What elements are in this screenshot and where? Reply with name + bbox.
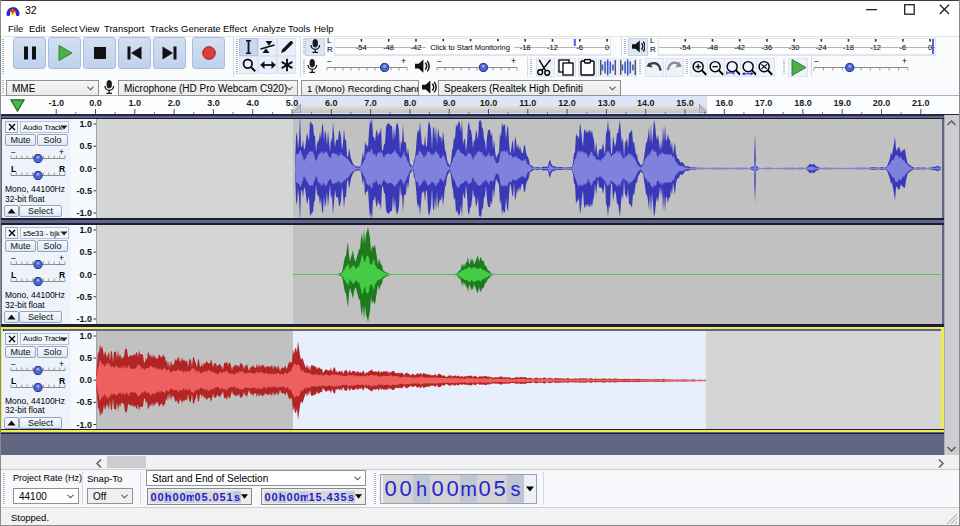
svg-text:−: − [11,361,16,369]
svg-text:-42: -42 [410,43,421,52]
svg-text:3.0: 3.0 [207,98,220,108]
svg-text:-0.5: -0.5 [76,292,92,302]
svg-text:-54: -54 [680,43,691,52]
svg-text:4.0: 4.0 [246,98,259,108]
svg-text:0.0: 0.0 [79,375,92,385]
svg-text:0: 0 [605,43,609,52]
svg-text:-12: -12 [547,43,558,52]
svg-text:-54: -54 [356,43,367,52]
svg-text:1.0: 1.0 [129,98,142,108]
svg-text:8.0: 8.0 [404,98,417,108]
svg-text:-0.5: -0.5 [76,186,92,196]
svg-text:1.0: 1.0 [79,119,92,129]
svg-text:-6: -6 [576,43,583,52]
svg-text:−: − [437,58,442,66]
svg-text:-6: -6 [899,43,906,52]
svg-text:0: 0 [928,43,932,52]
svg-text:−: − [327,58,332,66]
svg-text:−: − [814,58,819,66]
svg-text:14.0: 14.0 [637,98,655,108]
svg-text:13.0: 13.0 [598,98,616,108]
svg-text:-30: -30 [789,43,800,52]
svg-text:-1.0: -1.0 [76,314,92,324]
svg-text:19.0: 19.0 [833,98,851,108]
svg-text:6.0: 6.0 [325,98,338,108]
svg-text:-1.0: -1.0 [76,208,92,218]
svg-text:+: + [401,58,406,66]
svg-text:7.0: 7.0 [364,98,377,108]
svg-text:11.0: 11.0 [519,98,536,108]
svg-text:1.0: 1.0 [79,331,92,341]
svg-text:+: + [511,58,516,66]
svg-text:18.0: 18.0 [794,98,812,108]
svg-text:+: + [902,58,907,66]
svg-text:-48: -48 [383,43,394,52]
svg-text:21.0: 21.0 [912,98,930,108]
svg-text:L: L [11,166,16,174]
svg-text:-48: -48 [707,43,718,52]
svg-text:15.0: 15.0 [676,98,694,108]
svg-text:-42: -42 [734,43,745,52]
svg-text:5.0: 5.0 [286,98,299,108]
svg-text:-1.0: -1.0 [76,419,92,429]
svg-text:0.0: 0.0 [79,164,92,174]
svg-text:17.0: 17.0 [755,98,773,108]
svg-text:20.0: 20.0 [873,98,891,108]
svg-text:16.0: 16.0 [716,98,734,108]
svg-text:1.0: 1.0 [79,225,92,235]
svg-text:0.5: 0.5 [79,141,92,151]
svg-text:-18: -18 [843,43,854,52]
svg-text:-12: -12 [870,43,881,52]
svg-text:Click to Start Monitoring: Click to Start Monitoring [430,43,510,52]
svg-text:-1.0: -1.0 [48,98,64,108]
svg-text:L: L [11,378,16,386]
svg-text:10.0: 10.0 [480,98,498,108]
svg-text:2.0: 2.0 [168,98,181,108]
svg-text:-24: -24 [816,43,827,52]
svg-text:0.5: 0.5 [79,247,92,257]
svg-text:0.0: 0.0 [89,98,102,108]
svg-text:-36: -36 [761,43,772,52]
svg-text:-18: -18 [520,43,531,52]
svg-text:L: L [11,272,16,280]
svg-text:0.5: 0.5 [79,353,92,363]
svg-text:−: − [11,255,16,263]
svg-text:12.0: 12.0 [558,98,576,108]
svg-text:-0.5: -0.5 [76,397,92,407]
svg-text:0.0: 0.0 [79,270,92,280]
svg-text:9.0: 9.0 [443,98,456,108]
svg-text:−: − [11,149,16,157]
